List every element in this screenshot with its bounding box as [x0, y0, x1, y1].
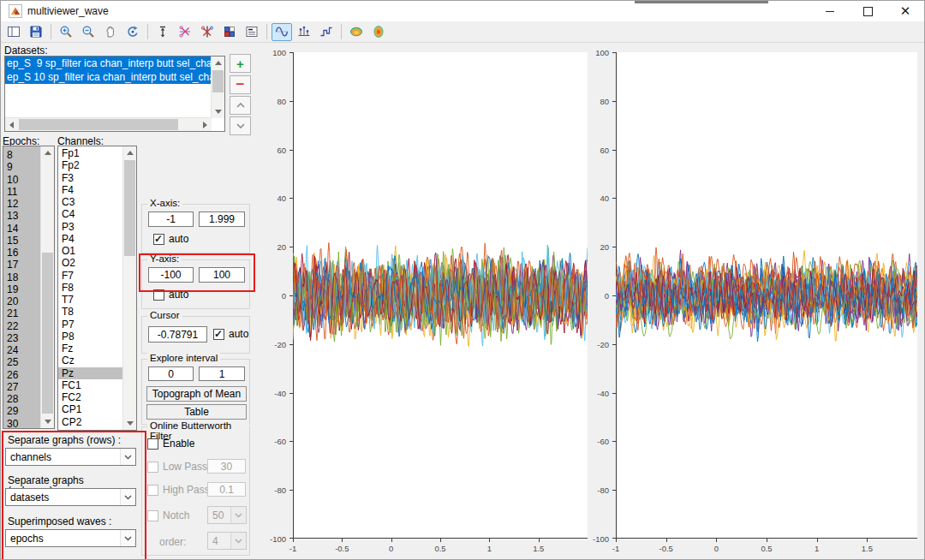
list-item[interactable]: ep_S 10 sp_filter ica chan_interp butt s…	[5, 70, 212, 84]
epochs-listbox[interactable]: 8910111213141516171819202122232425262728…	[3, 146, 55, 429]
y-auto-checkbox[interactable]	[153, 289, 164, 301]
maximize-button[interactable]	[849, 1, 886, 21]
list-item[interactable]: 20	[3, 295, 41, 307]
topograph-of-mean-button[interactable]: Topograph of Mean	[146, 386, 247, 402]
list-item[interactable]: 21	[3, 307, 41, 319]
scroll-up-icon[interactable]	[212, 57, 224, 69]
list-item[interactable]: CP2	[58, 416, 123, 428]
list-item[interactable]: Fp1	[58, 147, 123, 159]
legend-button[interactable]	[242, 23, 262, 41]
list-item[interactable]: 11	[3, 186, 41, 198]
low-pass-field[interactable]	[207, 459, 246, 474]
epochs-scrollbar[interactable]	[40, 146, 54, 428]
rotate-3d-button[interactable]	[122, 23, 143, 41]
list-item[interactable]: T7	[58, 294, 123, 306]
cursor-auto-checkbox[interactable]	[213, 329, 224, 340]
list-item[interactable]: 29	[3, 405, 41, 417]
list-item[interactable]: 22	[3, 320, 41, 332]
list-item[interactable]: P7	[58, 319, 123, 331]
scroll-down-icon[interactable]	[212, 105, 224, 118]
x-max-field[interactable]	[199, 211, 245, 227]
scroll-up-icon[interactable]	[123, 146, 136, 159]
waveform-plot-dataset-1[interactable]: 100806040200-20-40-60-80-100-1-0.500.511…	[293, 52, 588, 539]
edit-grid-button[interactable]	[219, 23, 240, 41]
y-min-field[interactable]	[148, 267, 194, 283]
scrollbar-thumb[interactable]	[124, 160, 135, 256]
x-min-field[interactable]	[148, 211, 194, 227]
notch-combobox[interactable]: 50	[207, 506, 247, 524]
list-item[interactable]: 18	[3, 271, 41, 283]
high-pass-checkbox[interactable]	[147, 485, 158, 496]
datasets-vscrollbar[interactable]	[211, 57, 224, 118]
list-item[interactable]: CP1	[58, 403, 123, 415]
scroll-down-icon[interactable]	[41, 415, 54, 428]
waveform-canvas[interactable]	[288, 52, 588, 544]
minimize-button[interactable]	[811, 1, 849, 21]
list-item[interactable]: 25	[3, 356, 41, 368]
scrollbar-thumb[interactable]	[212, 70, 224, 92]
waveform-canvas[interactable]	[611, 52, 917, 544]
scroll-up-icon[interactable]	[41, 146, 54, 159]
scroll-right-icon[interactable]	[199, 118, 212, 131]
remove-dataset-button[interactable]: −	[230, 75, 251, 94]
stairs-plot-button[interactable]	[316, 23, 337, 41]
high-pass-field[interactable]	[207, 482, 246, 497]
list-item[interactable]: 10	[3, 174, 41, 186]
x-auto-checkbox[interactable]	[153, 234, 164, 245]
separate-rows-combobox[interactable]: channels	[5, 448, 136, 466]
list-item[interactable]: C3	[58, 196, 123, 208]
scroll-down-icon[interactable]	[123, 417, 136, 430]
list-item[interactable]: 9	[3, 161, 41, 173]
channels-scrollbar[interactable]	[122, 146, 136, 430]
list-item[interactable]: F7	[58, 270, 123, 282]
scrollbar-thumb[interactable]	[19, 119, 178, 130]
low-pass-checkbox[interactable]	[147, 462, 158, 473]
explore-to-field[interactable]	[199, 366, 245, 381]
list-item[interactable]: ep_S 9 sp_filter ica chan_interp butt se…	[5, 57, 212, 70]
table-button[interactable]: Table	[146, 404, 247, 420]
list-item[interactable]: O2	[58, 257, 123, 269]
list-item[interactable]: FC1	[58, 379, 123, 391]
list-item[interactable]: 17	[3, 259, 41, 271]
add-dataset-button[interactable]: +	[230, 54, 251, 73]
list-item[interactable]: C4	[58, 208, 123, 220]
list-item[interactable]: 19	[3, 283, 41, 295]
list-item[interactable]: 16	[3, 247, 41, 259]
list-item[interactable]: 27	[3, 381, 41, 393]
datasets-listbox[interactable]: ep_S 9 sp_filter ica chan_interp butt se…	[4, 56, 225, 132]
list-item[interactable]: Fp2	[58, 159, 123, 171]
order-combobox[interactable]: 4	[207, 532, 247, 550]
separate-cols-combobox[interactable]: datasets	[5, 488, 136, 506]
enable-checkbox[interactable]	[147, 438, 158, 450]
datasets-hscrollbar[interactable]	[5, 117, 212, 131]
list-item[interactable]: 28	[3, 393, 41, 405]
close-button[interactable]: ✕	[886, 1, 924, 21]
list-item[interactable]: 8	[3, 149, 41, 161]
notch-checkbox[interactable]	[147, 510, 158, 521]
list-item[interactable]: 12	[3, 198, 41, 210]
channels-listbox[interactable]: Fp1Fp2F3F4C3C4P3P4O1O2F7F8T7T8P7P8FzCzPz…	[57, 146, 137, 431]
scroll-left-icon[interactable]	[5, 118, 18, 131]
zoom-in-button[interactable]	[56, 23, 76, 41]
list-item[interactable]: P4	[58, 233, 123, 245]
list-item[interactable]: 23	[3, 332, 41, 344]
list-item[interactable]: T8	[58, 306, 123, 318]
save-button[interactable]	[26, 23, 46, 41]
list-item[interactable]: P8	[58, 331, 123, 343]
wave-plot-button[interactable]	[272, 23, 292, 41]
list-item[interactable]: F8	[58, 282, 123, 294]
list-item[interactable]: O1	[58, 245, 123, 257]
cut-vertical-button[interactable]	[197, 23, 218, 41]
y-max-field[interactable]	[199, 267, 245, 283]
cursor-field[interactable]	[148, 326, 207, 343]
list-item[interactable]: Cz	[58, 354, 123, 366]
scrollbar-thumb[interactable]	[42, 253, 53, 414]
fit-vertical-button[interactable]	[152, 23, 173, 41]
list-item[interactable]: Pz	[58, 367, 123, 379]
list-item[interactable]: 15	[3, 235, 41, 247]
list-item[interactable]: F3	[58, 172, 123, 184]
waveform-plot-dataset-2[interactable]: 100806040200-20-40-60-80-100-1-0.500.511…	[616, 52, 917, 539]
list-item[interactable]: 14	[3, 223, 41, 235]
list-item[interactable]: Fz	[58, 343, 123, 354]
pan-button[interactable]	[100, 23, 121, 41]
